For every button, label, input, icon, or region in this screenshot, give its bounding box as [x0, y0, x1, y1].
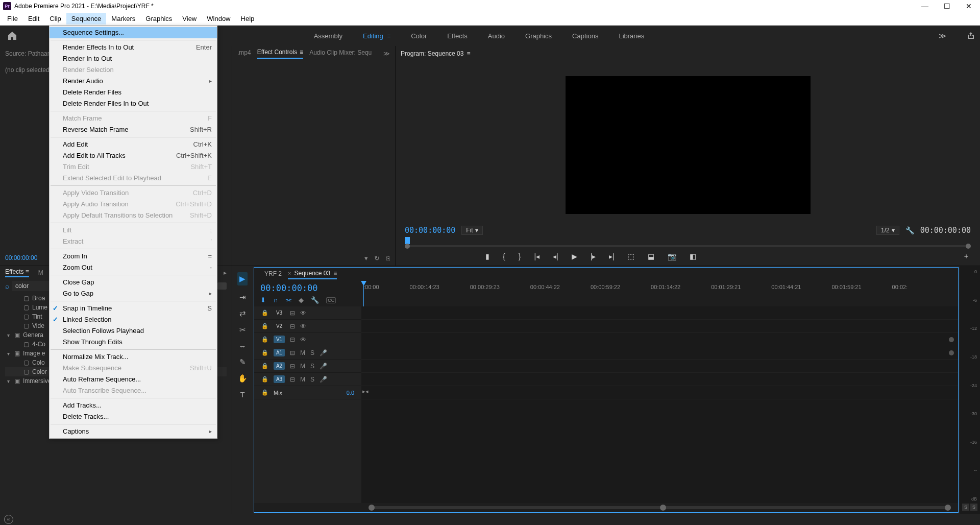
track-label[interactable]: A2: [274, 362, 285, 370]
panel-menu-icon[interactable]: ≡: [467, 50, 470, 57]
menu-markers[interactable]: Markers: [106, 13, 140, 25]
workspace-libraries[interactable]: Libraries: [619, 32, 644, 40]
track-area[interactable]: ▸◂: [361, 306, 958, 503]
menu-item-reverse-match-frame[interactable]: Reverse Match FrameShift+R: [50, 124, 217, 135]
mute-button[interactable]: M: [300, 349, 305, 356]
voice-over-icon[interactable]: 🎤: [320, 349, 327, 356]
video-track-header[interactable]: 🔒V3⊟👁: [254, 306, 361, 320]
menu-item-delete-tracks[interactable]: Delete Tracks...: [50, 411, 217, 422]
go-to-in-button[interactable]: |◂: [534, 252, 540, 260]
ripple-edit-tool[interactable]: ⇄: [239, 309, 246, 318]
solo-button[interactable]: S: [310, 349, 314, 356]
sync-lock-icon[interactable]: ⊟: [290, 349, 295, 356]
solo-left-button[interactable]: S: [962, 504, 969, 511]
step-forward-button[interactable]: |▸: [591, 252, 596, 260]
menu-item-close-gap[interactable]: Close Gap: [50, 277, 217, 288]
menu-item-show-through-edits[interactable]: Show Through Edits: [50, 337, 217, 348]
pen-tool[interactable]: ✎: [239, 357, 246, 367]
workspace-audio[interactable]: Audio: [488, 32, 505, 40]
menu-item-render-in-to-out[interactable]: Render In to Out: [50, 53, 217, 64]
expand-icon[interactable]: ▸◂: [362, 388, 369, 395]
toggle-track-output-icon[interactable]: 👁: [300, 336, 306, 343]
share-button[interactable]: [967, 32, 975, 40]
lock-icon[interactable]: 🔒: [261, 309, 268, 316]
menu-item-add-edit[interactable]: Add EditCtrl+K: [50, 139, 217, 150]
lock-icon[interactable]: 🔒: [261, 336, 268, 343]
menu-item-snap-in-timeline[interactable]: ✓Snap in TimelineS: [50, 303, 217, 314]
snap-icon[interactable]: ∩: [273, 296, 278, 304]
menu-sequence[interactable]: Sequence: [66, 13, 107, 25]
video-track-header[interactable]: 🔒V1⊟👁: [254, 333, 361, 346]
zoom-handle-right[interactable]: [945, 505, 951, 511]
creative-cloud-icon[interactable]: ∞: [4, 515, 13, 524]
razor-tool[interactable]: ✂: [239, 325, 246, 335]
lock-icon[interactable]: 🔒: [261, 389, 268, 396]
timeline-ruler[interactable]: :00:0000:00:14:2300:00:29:2300:00:44:220…: [361, 281, 958, 306]
workspace-editing[interactable]: Editing≡: [363, 32, 390, 40]
selection-tool[interactable]: ▶: [237, 272, 248, 285]
menu-item-normalize-mix-track[interactable]: Normalize Mix Track...: [50, 351, 217, 363]
timeline-tab[interactable]: YRF 2: [264, 270, 282, 279]
solo-right-button[interactable]: S: [970, 504, 977, 511]
panel-overflow[interactable]: ▸: [224, 269, 227, 276]
mix-value[interactable]: 0.0: [347, 390, 354, 396]
menu-item-delete-render-files-in-to-out[interactable]: Delete Render Files In to Out: [50, 98, 217, 109]
menu-item-auto-reframe-sequence[interactable]: Auto Reframe Sequence...: [50, 374, 217, 385]
media-tab[interactable]: M: [38, 269, 43, 276]
track-label[interactable]: A1: [274, 349, 285, 356]
cc-icon[interactable]: CC: [326, 297, 336, 303]
menu-item-captions[interactable]: Captions▸: [50, 426, 217, 437]
insert-icon[interactable]: ⬇: [260, 296, 266, 304]
settings-icon[interactable]: 🔧: [905, 226, 914, 234]
menu-graphics[interactable]: Graphics: [140, 13, 177, 25]
lock-icon[interactable]: 🔒: [261, 363, 268, 369]
type-tool[interactable]: T: [240, 390, 244, 399]
menu-item-render-effects-in-to-out[interactable]: Render Effects In to OutEnter: [50, 42, 217, 53]
menu-item-add-tracks[interactable]: Add Tracks...: [50, 400, 217, 411]
hand-tool[interactable]: ✋: [238, 374, 248, 383]
scrub-handle-left[interactable]: [405, 244, 410, 249]
menu-item-linked-selection[interactable]: ✓Linked Selection: [50, 314, 217, 325]
button-editor-button[interactable]: ＋: [963, 252, 970, 261]
mark-in-button[interactable]: {: [503, 252, 505, 260]
solo-button[interactable]: S: [310, 376, 314, 383]
menu-item-sequence-settings[interactable]: Sequence Settings...: [50, 27, 217, 38]
filter-icon[interactable]: ▾: [364, 254, 368, 262]
track-select-tool[interactable]: ⇥: [239, 293, 246, 302]
program-video-frame[interactable]: [566, 76, 811, 214]
sync-lock-icon[interactable]: ⊟: [290, 363, 295, 370]
lift-button[interactable]: ⬚: [628, 252, 634, 260]
menu-item-render-audio[interactable]: Render Audio▸: [50, 76, 217, 87]
source-file-tab[interactable]: .mp4: [237, 49, 251, 58]
voice-over-icon[interactable]: 🎤: [320, 363, 327, 370]
menu-item-go-to-gap[interactable]: Go to Gap▸: [50, 288, 217, 299]
mute-button[interactable]: M: [300, 363, 305, 370]
audio-track-header[interactable]: 🔒A1⊟MS🎤: [254, 346, 361, 360]
sync-lock-icon[interactable]: ⊟: [290, 376, 295, 383]
minimize-button[interactable]: —: [921, 2, 928, 10]
toggle-track-output-icon[interactable]: 👁: [300, 309, 306, 317]
program-tab[interactable]: Program: Sequence 03: [401, 50, 463, 57]
lock-icon[interactable]: 🔒: [261, 376, 268, 383]
program-resolution-dropdown[interactable]: 1/2▾: [876, 226, 899, 235]
timeline-timecode[interactable]: 00:00:00:00: [260, 283, 355, 293]
program-scrubber[interactable]: [405, 237, 971, 247]
track-label[interactable]: V1: [274, 336, 285, 343]
track-label[interactable]: V2: [274, 322, 285, 330]
program-timecode-left[interactable]: 00:00:00:00: [405, 226, 455, 235]
playhead-icon[interactable]: [405, 237, 410, 244]
timeline-zoom-bar[interactable]: [254, 503, 958, 512]
menu-clip[interactable]: Clip: [44, 13, 66, 25]
menu-item-selection-follows-playhead[interactable]: Selection Follows Playhead: [50, 325, 217, 337]
menu-edit[interactable]: Edit: [23, 13, 44, 25]
add-marker-button[interactable]: ▮: [485, 252, 489, 260]
linked-selection-icon[interactable]: ⫘: [285, 296, 291, 304]
loop-icon[interactable]: ↻: [374, 254, 380, 262]
home-button[interactable]: [5, 29, 19, 43]
mix-track-header[interactable]: 🔒Mix0.0: [254, 386, 361, 399]
timeline-tab[interactable]: ×Sequence 03≡: [288, 270, 337, 279]
sync-lock-icon[interactable]: ⊟: [290, 309, 295, 317]
workspace-assembly[interactable]: Assembly: [314, 32, 342, 40]
go-to-out-button[interactable]: ▸|: [609, 252, 615, 260]
audio-track-header[interactable]: 🔒A3⊟MS🎤: [254, 373, 361, 386]
